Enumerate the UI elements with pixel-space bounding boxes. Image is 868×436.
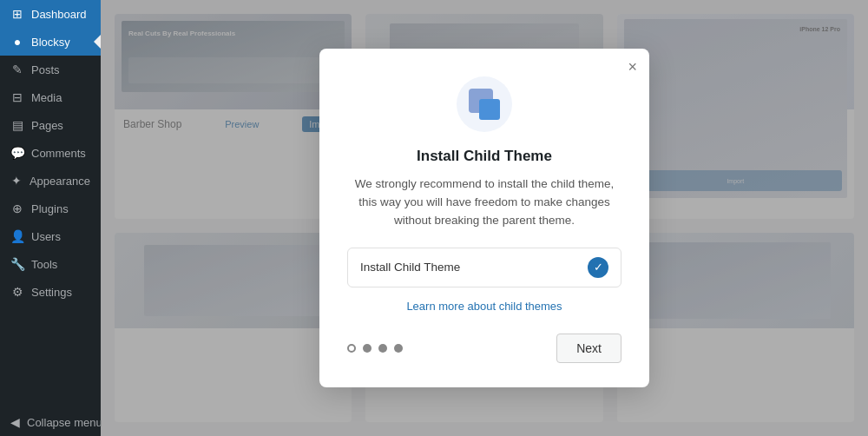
blocksy-icon: ● [10, 35, 24, 49]
sidebar-item-posts[interactable]: ✎ Posts [0, 56, 101, 83]
dot-2 [363, 344, 372, 353]
child-theme-icon [469, 89, 500, 120]
next-button[interactable]: Next [556, 334, 621, 363]
install-child-theme-modal: × Install Child Theme We strongly recomm… [319, 49, 649, 387]
install-child-theme-label: Install Child Theme [360, 261, 460, 274]
sidebar-item-plugins[interactable]: ⊕ Plugins [0, 195, 101, 222]
dot-3 [378, 344, 387, 353]
comments-icon: 💬 [10, 146, 24, 160]
install-child-theme-row[interactable]: Install Child Theme ✓ [347, 248, 621, 287]
theme-icon-front-layer [479, 99, 500, 120]
sidebar: ⊞ Dashboard ● Blocksy ✎ Posts ⊟ Media ▤ … [0, 0, 101, 436]
sidebar-item-media[interactable]: ⊟ Media [0, 83, 101, 111]
sidebar-item-comments[interactable]: 💬 Comments [0, 139, 101, 167]
modal-description: We strongly recommend to install the chi… [347, 175, 621, 230]
collapse-icon: ◀ [10, 415, 20, 429]
modal-icon-area [347, 76, 621, 132]
pages-icon: ▤ [10, 118, 24, 132]
appearance-icon: ✦ [10, 174, 23, 188]
modal-title: Install Child Theme [347, 148, 621, 165]
plugins-icon: ⊕ [10, 201, 24, 215]
sidebar-item-tools[interactable]: 🔧 Tools [0, 250, 101, 278]
progress-dots [347, 344, 403, 353]
sidebar-item-pages[interactable]: ▤ Pages [0, 111, 101, 139]
modal-footer: Next [347, 334, 621, 363]
modal-icon-background [457, 76, 512, 132]
dashboard-icon: ⊞ [10, 7, 24, 21]
dot-1 [347, 344, 356, 353]
sidebar-item-dashboard[interactable]: ⊞ Dashboard [0, 0, 101, 28]
checkbox-checked-icon[interactable]: ✓ [588, 257, 608, 278]
main-content: Real Cuts By Real Professionals Barber S… [101, 0, 868, 436]
sidebar-item-users[interactable]: 👤 Users [0, 222, 101, 250]
learn-more-link[interactable]: Learn more about child themes [347, 300, 621, 313]
users-icon: 👤 [10, 229, 24, 243]
media-icon: ⊟ [10, 90, 24, 104]
tools-icon: 🔧 [10, 257, 24, 271]
sidebar-item-appearance[interactable]: ✦ Appearance [0, 167, 101, 195]
sidebar-item-collapse[interactable]: ◀ Collapse menu [0, 408, 101, 436]
posts-icon: ✎ [10, 63, 24, 76]
modal-overlay: × Install Child Theme We strongly recomm… [101, 0, 868, 436]
sidebar-item-settings[interactable]: ⚙ Settings [0, 278, 101, 306]
checkmark-icon: ✓ [594, 261, 603, 274]
modal-close-button[interactable]: × [628, 59, 637, 75]
sidebar-item-blocksy[interactable]: ● Blocksy [0, 28, 101, 56]
settings-icon: ⚙ [10, 285, 24, 299]
dot-4 [394, 344, 403, 353]
